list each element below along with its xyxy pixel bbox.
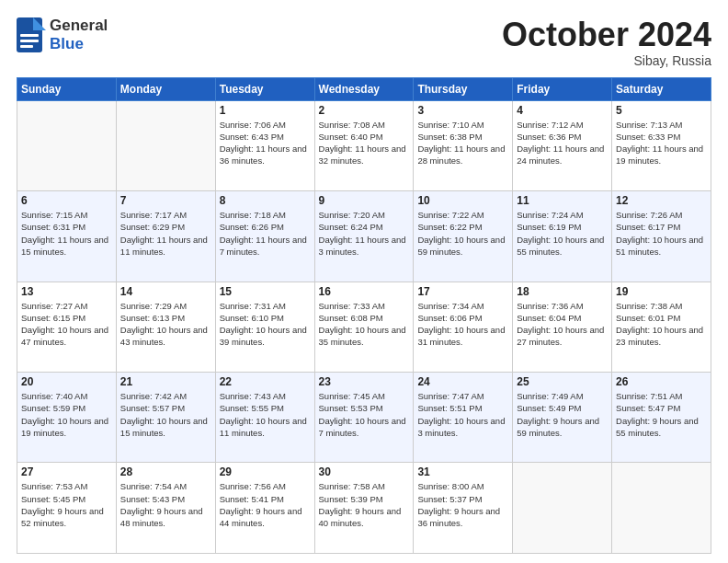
- day-info: Sunrise: 7:29 AMSunset: 6:13 PMDaylight:…: [120, 300, 211, 349]
- day-info: Sunrise: 8:00 AMSunset: 5:37 PMDaylight:…: [417, 480, 508, 529]
- calendar-cell: 21Sunrise: 7:42 AMSunset: 5:57 PMDayligh…: [116, 373, 215, 463]
- day-number: 8: [220, 194, 311, 207]
- day-number: 1: [220, 104, 311, 117]
- calendar-cell: 26Sunrise: 7:51 AMSunset: 5:47 PMDayligh…: [612, 373, 711, 463]
- calendar-cell: [612, 463, 711, 554]
- day-number: 24: [417, 375, 508, 388]
- calendar-cell: 25Sunrise: 7:49 AMSunset: 5:49 PMDayligh…: [513, 373, 612, 463]
- day-number: 5: [616, 104, 707, 117]
- calendar-cell: 17Sunrise: 7:34 AMSunset: 6:06 PMDayligh…: [414, 282, 513, 372]
- calendar-cell: 31Sunrise: 8:00 AMSunset: 5:37 PMDayligh…: [414, 463, 513, 554]
- day-number: 26: [616, 375, 707, 388]
- calendar-cell: 18Sunrise: 7:36 AMSunset: 6:04 PMDayligh…: [513, 282, 612, 372]
- day-number: 20: [21, 375, 112, 388]
- day-info: Sunrise: 7:15 AMSunset: 6:31 PMDaylight:…: [21, 209, 112, 258]
- day-number: 30: [319, 465, 410, 478]
- day-info: Sunrise: 7:31 AMSunset: 6:10 PMDaylight:…: [220, 300, 311, 349]
- calendar-cell: 27Sunrise: 7:53 AMSunset: 5:45 PMDayligh…: [17, 463, 117, 554]
- day-info: Sunrise: 7:06 AMSunset: 6:43 PMDaylight:…: [220, 119, 311, 167]
- day-info: Sunrise: 7:24 AMSunset: 6:19 PMDaylight:…: [517, 209, 608, 258]
- day-info: Sunrise: 7:26 AMSunset: 6:17 PMDaylight:…: [616, 209, 707, 258]
- day-header-wednesday: Wednesday: [314, 77, 414, 100]
- day-number: 4: [517, 104, 608, 117]
- calendar-cell: 7Sunrise: 7:17 AMSunset: 6:29 PMDaylight…: [116, 191, 215, 282]
- calendar-cell: 13Sunrise: 7:27 AMSunset: 6:15 PMDayligh…: [17, 282, 117, 372]
- day-info: Sunrise: 7:20 AMSunset: 6:24 PMDaylight:…: [319, 209, 410, 258]
- svg-rect-4: [20, 45, 33, 48]
- calendar-cell: 30Sunrise: 7:58 AMSunset: 5:39 PMDayligh…: [314, 463, 414, 554]
- day-info: Sunrise: 7:17 AMSunset: 6:29 PMDaylight:…: [120, 209, 211, 258]
- day-info: Sunrise: 7:51 AMSunset: 5:47 PMDaylight:…: [616, 390, 707, 439]
- day-number: 11: [517, 194, 608, 207]
- day-header-sunday: Sunday: [17, 77, 117, 100]
- logo-icon: [17, 17, 46, 52]
- calendar-cell: 8Sunrise: 7:18 AMSunset: 6:26 PMDaylight…: [215, 191, 314, 282]
- calendar-cell: 24Sunrise: 7:47 AMSunset: 5:51 PMDayligh…: [414, 373, 513, 463]
- day-number: 19: [616, 285, 707, 298]
- calendar-cell: 1Sunrise: 7:06 AMSunset: 6:43 PMDaylight…: [215, 100, 314, 190]
- calendar-week-row: 20Sunrise: 7:40 AMSunset: 5:59 PMDayligh…: [17, 373, 711, 463]
- day-info: Sunrise: 7:12 AMSunset: 6:36 PMDaylight:…: [517, 119, 608, 167]
- day-info: Sunrise: 7:27 AMSunset: 6:15 PMDaylight:…: [21, 300, 112, 349]
- calendar-week-row: 13Sunrise: 7:27 AMSunset: 6:15 PMDayligh…: [17, 282, 711, 372]
- day-number: 6: [21, 194, 112, 207]
- calendar-cell: [513, 463, 612, 554]
- day-header-tuesday: Tuesday: [215, 77, 314, 100]
- day-number: 13: [21, 285, 112, 298]
- day-number: 25: [517, 375, 608, 388]
- day-info: Sunrise: 7:56 AMSunset: 5:41 PMDaylight:…: [220, 480, 311, 529]
- day-number: 21: [120, 375, 211, 388]
- day-info: Sunrise: 7:08 AMSunset: 6:40 PMDaylight:…: [319, 119, 410, 167]
- calendar-cell: 2Sunrise: 7:08 AMSunset: 6:40 PMDaylight…: [314, 100, 414, 190]
- calendar-cell: 22Sunrise: 7:43 AMSunset: 5:55 PMDayligh…: [215, 373, 314, 463]
- calendar-cell: 9Sunrise: 7:20 AMSunset: 6:24 PMDaylight…: [314, 191, 414, 282]
- day-info: Sunrise: 7:43 AMSunset: 5:55 PMDaylight:…: [220, 390, 311, 439]
- calendar-cell: 12Sunrise: 7:26 AMSunset: 6:17 PMDayligh…: [612, 191, 711, 282]
- svg-rect-3: [20, 40, 39, 42]
- day-number: 9: [319, 194, 410, 207]
- calendar-cell: 23Sunrise: 7:45 AMSunset: 5:53 PMDayligh…: [314, 373, 414, 463]
- day-number: 29: [220, 465, 311, 478]
- day-number: 28: [120, 465, 211, 478]
- title-block: October 2024 Sibay, Russia: [502, 17, 711, 68]
- header: General Blue October 2024 Sibay, Russia: [17, 17, 711, 68]
- day-info: Sunrise: 7:33 AMSunset: 6:08 PMDaylight:…: [319, 300, 410, 349]
- day-info: Sunrise: 7:58 AMSunset: 5:39 PMDaylight:…: [319, 480, 410, 529]
- calendar-cell: 16Sunrise: 7:33 AMSunset: 6:08 PMDayligh…: [314, 282, 414, 372]
- day-number: 10: [417, 194, 508, 207]
- day-number: 14: [120, 285, 211, 298]
- calendar-cell: 6Sunrise: 7:15 AMSunset: 6:31 PMDaylight…: [17, 191, 117, 282]
- day-number: 15: [220, 285, 311, 298]
- calendar-cell: 15Sunrise: 7:31 AMSunset: 6:10 PMDayligh…: [215, 282, 314, 372]
- svg-rect-2: [20, 34, 39, 37]
- calendar-cell: 20Sunrise: 7:40 AMSunset: 5:59 PMDayligh…: [17, 373, 117, 463]
- day-info: Sunrise: 7:53 AMSunset: 5:45 PMDaylight:…: [21, 480, 112, 529]
- day-number: 22: [220, 375, 311, 388]
- day-number: 12: [616, 194, 707, 207]
- day-number: 16: [319, 285, 410, 298]
- day-info: Sunrise: 7:49 AMSunset: 5:49 PMDaylight:…: [517, 390, 608, 439]
- calendar-cell: [116, 100, 215, 190]
- day-number: 18: [517, 285, 608, 298]
- day-header-friday: Friday: [513, 77, 612, 100]
- calendar-cell: 29Sunrise: 7:56 AMSunset: 5:41 PMDayligh…: [215, 463, 314, 554]
- day-number: 2: [319, 104, 410, 117]
- day-number: 7: [120, 194, 211, 207]
- day-info: Sunrise: 7:45 AMSunset: 5:53 PMDaylight:…: [319, 390, 410, 439]
- day-number: 27: [21, 465, 112, 478]
- day-info: Sunrise: 7:18 AMSunset: 6:26 PMDaylight:…: [220, 209, 311, 258]
- logo: General Blue: [17, 17, 108, 53]
- day-info: Sunrise: 7:42 AMSunset: 5:57 PMDaylight:…: [120, 390, 211, 439]
- calendar-cell: 5Sunrise: 7:13 AMSunset: 6:33 PMDaylight…: [612, 100, 711, 190]
- day-info: Sunrise: 7:22 AMSunset: 6:22 PMDaylight:…: [417, 209, 508, 258]
- day-number: 17: [417, 285, 508, 298]
- day-info: Sunrise: 7:47 AMSunset: 5:51 PMDaylight:…: [417, 390, 508, 439]
- calendar-cell: 3Sunrise: 7:10 AMSunset: 6:38 PMDaylight…: [414, 100, 513, 190]
- day-info: Sunrise: 7:40 AMSunset: 5:59 PMDaylight:…: [21, 390, 112, 439]
- day-header-thursday: Thursday: [414, 77, 513, 100]
- calendar-week-row: 27Sunrise: 7:53 AMSunset: 5:45 PMDayligh…: [17, 463, 711, 554]
- day-number: 23: [319, 375, 410, 388]
- page: General Blue October 2024 Sibay, Russia …: [0, 0, 728, 563]
- calendar-cell: 19Sunrise: 7:38 AMSunset: 6:01 PMDayligh…: [612, 282, 711, 372]
- day-info: Sunrise: 7:38 AMSunset: 6:01 PMDaylight:…: [616, 300, 707, 349]
